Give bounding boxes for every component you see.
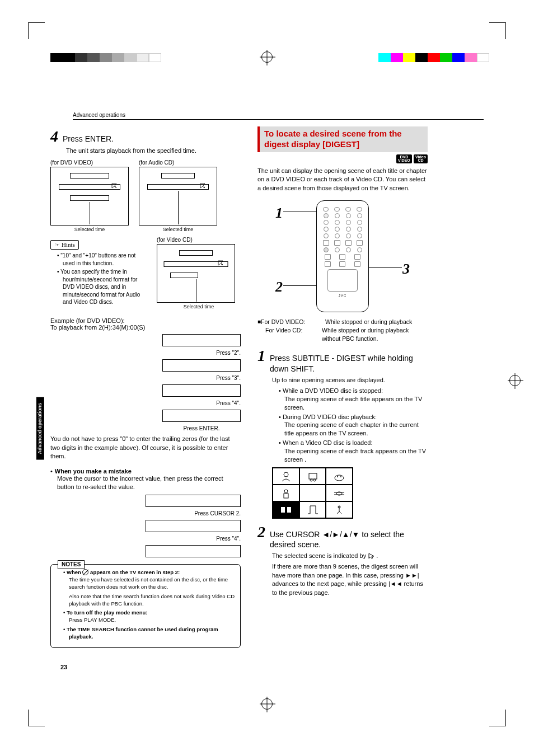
section-title: To locate a desired scene from the diges…	[257, 126, 428, 152]
mistake-body: Move the cursor to the incorrect value, …	[57, 475, 241, 492]
trailing-zeros-note: You do not have to press "0" to enter th…	[50, 435, 241, 461]
step-4-body: The unit starts playback from the specif…	[66, 147, 241, 155]
prohibit-icon	[82, 569, 88, 575]
step-2-number: 2	[257, 524, 265, 540]
mistake-sequence: Press CURSOR 2. Press "4".	[146, 495, 241, 557]
svg-point-5	[337, 476, 338, 477]
video-cd-badge: VideoCD	[414, 154, 428, 164]
svg-point-3	[313, 479, 316, 481]
audio-cd-label: (for Audio CD)	[139, 159, 217, 166]
example-sub: To playback from 2(H):34(M):00(S)	[50, 324, 241, 331]
svg-rect-8	[284, 494, 288, 498]
svg-point-2	[310, 479, 312, 481]
digest-intro: The unit can display the opening scene o…	[257, 167, 428, 192]
video-display	[157, 244, 235, 303]
mistake-title: When you make a mistake	[55, 468, 132, 475]
breadcrumb: Advanced operations	[73, 112, 484, 120]
step-4-title: Press ENTER.	[63, 134, 114, 143]
video-selected-time: Selected time	[157, 304, 241, 309]
example-title: Example (for DVD VIDEO):	[50, 317, 241, 324]
dvd-display	[50, 167, 129, 226]
svg-rect-1	[309, 473, 317, 479]
step-2-more: If there are more than 9 scenes, the dig…	[272, 562, 428, 597]
svg-point-0	[284, 472, 288, 477]
side-tab: Advanced operations	[36, 397, 44, 460]
page-number: 23	[60, 664, 67, 670]
step-1-number: 1	[257, 348, 265, 364]
audio-selected-time: Selected time	[139, 227, 217, 232]
step-1-title: Press SUBTITLE - DIGEST while holding do…	[270, 353, 428, 373]
digest-grid	[272, 467, 353, 519]
svg-rect-11	[287, 507, 291, 513]
step-2-body: The selected scene is indicated by .	[272, 552, 428, 560]
step-1-list: While a DVD VIDEO disc is stopped:The op…	[272, 387, 428, 464]
cursor-icon	[368, 552, 374, 559]
video-cd-label: (for Video CD)	[157, 237, 241, 243]
hints-list: "10" and "+10" buttons are not used in t…	[50, 252, 149, 306]
audio-display	[139, 167, 217, 226]
dvd-video-badge: DVDVIDEO	[396, 154, 412, 164]
dvd-video-label: (for DVD VIDEO)	[50, 159, 129, 166]
svg-rect-10	[281, 507, 285, 513]
step-2-title: Use CURSOR ◄/►/▲/▼ to select the desired…	[270, 529, 428, 550]
remote-diagram: 1 2 3 JVC	[275, 200, 410, 312]
svg-point-4	[335, 475, 344, 481]
registration-mark-bottom	[261, 698, 273, 710]
notes-box: NOTES When appears on the TV screen in s…	[50, 564, 241, 647]
step-4-number: 4	[50, 129, 58, 144]
step-1-body: Up to nine opening scenes are displayed.	[272, 376, 428, 384]
conditions: For DVD VIDEO: While stopped or during p…	[257, 318, 428, 342]
hints-label: Hints	[50, 240, 79, 250]
svg-point-6	[340, 476, 341, 477]
sequence-box: Press "2". Press "3". Press "4". Press E…	[162, 334, 241, 431]
svg-point-7	[284, 490, 288, 493]
dvd-selected-time: Selected time	[50, 227, 129, 232]
